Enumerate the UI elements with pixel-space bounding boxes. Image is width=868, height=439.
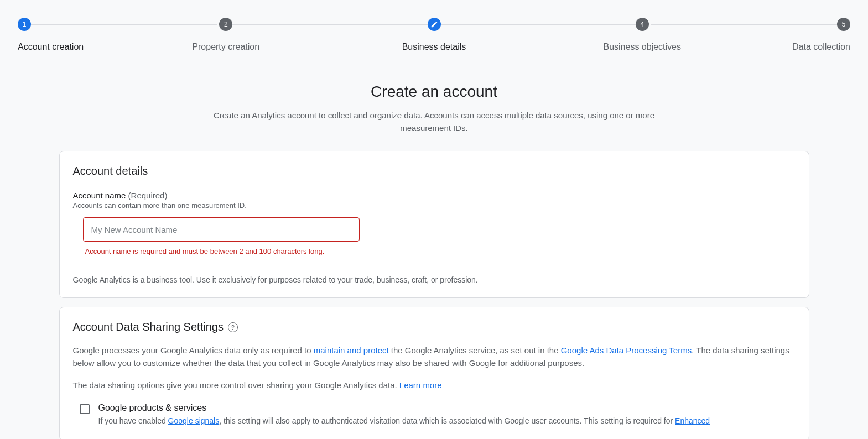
account-name-input[interactable] [83, 217, 360, 242]
step-data-collection[interactable]: 5 Data collection [746, 18, 850, 52]
step-number-4: 4 [636, 18, 649, 31]
step-label-business-details: Business details [402, 42, 466, 52]
data-sharing-title: Account Data Sharing Settings ? [73, 321, 796, 333]
page-subtitle: Create an Analytics account to collect a… [194, 109, 675, 134]
account-name-label: Account name (Required) [73, 191, 796, 200]
step-number-2: 2 [219, 18, 232, 31]
pencil-icon [428, 18, 441, 31]
step-account-creation[interactable]: 1 Account creation [18, 18, 122, 52]
step-label-business-objectives: Business objectives [603, 42, 681, 52]
maintain-protect-link[interactable]: maintain and protect [314, 346, 389, 355]
enhanced-link[interactable]: Enhanced [675, 416, 710, 425]
help-icon[interactable]: ? [228, 322, 238, 332]
data-sharing-card: Account Data Sharing Settings ? Google p… [59, 307, 809, 439]
google-signals-link[interactable]: Google signals [168, 416, 220, 425]
data-sharing-intro-2: The data sharing options give you more c… [73, 379, 796, 392]
data-sharing-intro-1: Google processes your Google Analytics d… [73, 344, 796, 369]
stepper: 1 Account creation 2 Property creation B… [0, 0, 868, 61]
account-name-helper: Accounts can contain more than one measu… [73, 201, 796, 210]
step-label-account-creation: Account creation [18, 42, 84, 52]
page-title: Create an account [59, 83, 809, 101]
account-name-error: Account name is required and must be bet… [85, 247, 796, 255]
learn-more-link[interactable]: Learn more [399, 380, 442, 390]
step-property-creation[interactable]: 2 Property creation [122, 18, 330, 52]
step-number-5: 5 [837, 18, 850, 31]
step-label-data-collection: Data collection [792, 42, 850, 52]
step-business-objectives[interactable]: 4 Business objectives [538, 18, 746, 52]
step-business-details[interactable]: Business details [330, 18, 538, 52]
account-details-card: Account details Account name (Required) … [59, 151, 809, 298]
account-details-title: Account details [73, 165, 796, 177]
data-processing-terms-link[interactable]: Google Ads Data Processing Terms [561, 346, 692, 355]
option-google-products: Google products & services If you have e… [73, 403, 796, 427]
step-number-1: 1 [18, 18, 31, 31]
option-desc-google-products: If you have enabled Google signals, this… [98, 415, 796, 427]
account-info-text: Google Analytics is a business tool. Use… [73, 275, 796, 284]
option-title-google-products: Google products & services [98, 403, 796, 413]
step-label-property-creation: Property creation [192, 42, 259, 52]
header-section: Create an account Create an Analytics ac… [59, 61, 809, 151]
checkbox-google-products[interactable] [80, 404, 90, 414]
